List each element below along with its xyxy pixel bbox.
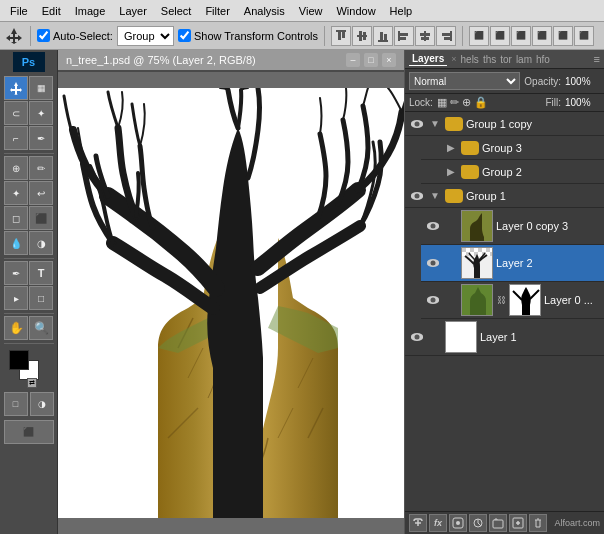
menu-file[interactable]: File [4,3,34,19]
lock-all-icon[interactable]: 🔒 [474,96,488,109]
dist-vcenter-icon[interactable]: ⬛ [490,26,510,46]
align-left-icon[interactable] [394,26,414,46]
quick-mask-btn[interactable]: ◑ [30,392,54,416]
dist-hcenter-icon[interactable]: ⬛ [553,26,573,46]
eyedropper-btn[interactable]: ✒ [29,126,53,150]
color-swatches[interactable]: ⇄ [9,350,49,386]
zoom-tool-btn[interactable]: 🔍 [29,316,53,340]
layer-item-layer2[interactable]: Layer 2 [421,245,604,282]
layers-tab-ths[interactable]: ths [483,54,496,65]
lock-move-icon[interactable]: ⊕ [462,96,471,109]
crop-tool-btn[interactable]: ⌐ [4,126,28,150]
layer-eye-layer0copy3[interactable] [425,218,441,234]
brush-tool-btn[interactable]: ✏ [29,156,53,180]
history-brush-btn[interactable]: ↩ [29,181,53,205]
align-vcenter-icon[interactable] [352,26,372,46]
expand-group2[interactable]: ▶ [444,166,458,177]
show-transform-checkbox[interactable]: Show Transform Controls [178,29,318,42]
magic-wand-btn[interactable]: ✦ [29,101,53,125]
layer-eye-group1copy[interactable] [409,116,425,132]
layer-item-group1copy[interactable]: ▼ Group 1 copy [405,112,604,136]
layers-tab-main[interactable]: Layers [409,52,447,66]
move-tool-btn[interactable] [4,76,28,100]
screen-mode-btn[interactable]: ⬛ [4,420,54,444]
type-tool-btn[interactable]: T [29,261,53,285]
layers-tab-hfo[interactable]: hfo [536,54,550,65]
align-right-icon[interactable] [436,26,456,46]
layer-eye-group3[interactable] [425,140,441,156]
svg-rect-43 [462,285,493,316]
align-top-icon[interactable] [331,26,351,46]
menu-analysis[interactable]: Analysis [238,3,291,19]
layer-item-layer1[interactable]: Layer 1 [405,319,604,356]
lock-paint-icon[interactable]: ✏ [450,96,459,109]
shape-tool-btn[interactable]: □ [29,286,53,310]
layer-eye-layer0[interactable] [425,292,441,308]
layer-adjustment-btn[interactable] [469,514,487,532]
layer-item-layer0[interactable]: ⛓ Layer 0 ... [421,282,604,319]
layers-tab-lam[interactable]: lam [516,54,532,65]
lasso-tool-btn[interactable]: ⊂ [4,101,28,125]
healing-brush-btn[interactable]: ⊕ [4,156,28,180]
layers-tab-x[interactable]: × [451,54,456,64]
layer-fx-btn[interactable]: fx [429,514,447,532]
expand-group1copy[interactable]: ▼ [428,118,442,129]
svg-rect-27 [470,248,474,252]
menu-layer[interactable]: Layer [113,3,153,19]
dodge-tool-btn[interactable]: ◑ [29,231,53,255]
menu-view[interactable]: View [293,3,329,19]
dist-left-icon[interactable]: ⬛ [532,26,552,46]
dist-top-icon[interactable]: ⬛ [469,26,489,46]
doc-maximize-btn[interactable]: □ [364,53,378,67]
blend-mode-select[interactable]: Normal [409,72,520,90]
standard-mode-btn[interactable]: □ [4,392,28,416]
menu-image[interactable]: Image [69,3,112,19]
move-tool-icon[interactable] [4,26,24,46]
clone-stamp-btn[interactable]: ✦ [4,181,28,205]
layer-item-group3[interactable]: ▶ Group 3 [421,136,604,160]
auto-select-dropdown[interactable]: Group [117,26,174,46]
svg-rect-10 [380,32,383,40]
menu-select[interactable]: Select [155,3,198,19]
lock-transparent-icon[interactable]: ▦ [437,96,447,109]
gradient-tool-btn[interactable]: ⬛ [29,206,53,230]
pen-tool-btn[interactable]: ✒ [4,261,28,285]
foreground-color[interactable] [9,350,29,370]
align-hcenter-icon[interactable] [415,26,435,46]
layer-eye-group2[interactable] [425,164,441,180]
layer-item-layer0copy3[interactable]: Layer 0 copy 3 [421,208,604,245]
doc-close-btn[interactable]: × [382,53,396,67]
path-selection-btn[interactable]: ▸ [4,286,28,310]
menu-window[interactable]: Window [330,3,381,19]
layer-item-group1[interactable]: ▼ Group 1 [405,184,604,208]
new-group-btn[interactable] [489,514,507,532]
layer-eye-group1[interactable] [409,188,425,204]
layer-eye-layer2[interactable] [425,255,441,271]
layers-tab-hels[interactable]: hels [461,54,479,65]
swap-colors-btn[interactable]: ⇄ [27,378,37,388]
panel-menu-icon[interactable]: ≡ [594,53,600,65]
doc-minimize-btn[interactable]: – [346,53,360,67]
menu-help[interactable]: Help [384,3,419,19]
menu-filter[interactable]: Filter [199,3,235,19]
delete-layer-btn[interactable] [529,514,547,532]
eraser-tool-btn[interactable]: ◻ [4,206,28,230]
layers-tab-tor[interactable]: tor [500,54,512,65]
layer-eye-layer1[interactable] [409,329,425,345]
expand-group1[interactable]: ▼ [428,190,442,201]
expand-group3[interactable]: ▶ [444,142,458,153]
selection-tool-btn[interactable]: ▦ [29,76,53,100]
menu-edit[interactable]: Edit [36,3,67,19]
layer-item-group2[interactable]: ▶ Group 2 [421,160,604,184]
layer-mask-btn[interactable] [449,514,467,532]
menu-bar: File Edit Image Layer Select Filter Anal… [0,0,604,22]
blur-tool-btn[interactable]: 💧 [4,231,28,255]
hand-tool-btn[interactable]: ✋ [4,316,28,340]
tool-sep-2 [4,258,54,259]
auto-select-checkbox[interactable]: Auto-Select: [37,29,113,42]
new-layer-btn[interactable] [509,514,527,532]
align-bottom-icon[interactable] [373,26,393,46]
layer-link-btn[interactable] [409,514,427,532]
dist-bottom-icon[interactable]: ⬛ [511,26,531,46]
dist-right-icon[interactable]: ⬛ [574,26,594,46]
